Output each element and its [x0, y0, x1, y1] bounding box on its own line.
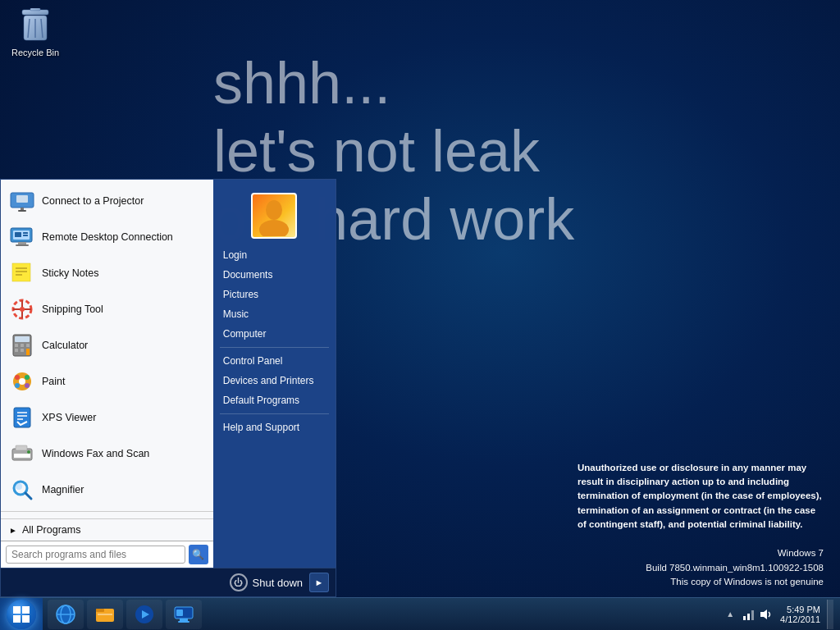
start-item-xps-viewer[interactable]: XPS Viewer — [1, 399, 213, 436]
start-item-calculator[interactable]: Calculator — [1, 327, 213, 363]
taskbar-btn-explorer[interactable] — [87, 600, 123, 629]
svg-rect-15 — [23, 232, 28, 234]
svg-rect-12 — [18, 242, 26, 244]
magnifier-icon — [9, 477, 35, 503]
windows-info: Windows 7 Build 7850.winmain_win8m1.1009… — [646, 546, 824, 589]
svg-rect-28 — [21, 344, 24, 347]
recycle-bin-icon — [16, 7, 55, 46]
svg-line-48 — [25, 493, 31, 499]
start-right-item-music[interactable]: Music — [213, 304, 336, 324]
start-item-sticky-notes[interactable]: Sticky Notes — [1, 255, 213, 291]
start-right-item-pictures[interactable]: Pictures — [213, 285, 336, 304]
tray-expand[interactable]: ▲ — [723, 608, 737, 620]
svg-rect-16 — [23, 235, 28, 236]
clock-date: 4/12/2011 — [780, 614, 820, 624]
start-right-item-documents[interactable]: Documents — [213, 265, 336, 285]
svg-rect-17 — [12, 263, 30, 281]
start-item-remote-desktop[interactable]: Remote Desktop Connection — [1, 219, 213, 255]
recycle-bin-label: Recycle Bin — [11, 48, 59, 57]
taskbar-btn-media[interactable] — [126, 600, 162, 629]
user-avatar[interactable] — [251, 193, 297, 239]
svg-rect-64 — [178, 621, 189, 623]
search-button[interactable]: 🔍 — [189, 545, 208, 564]
taskbar: ▲ 5:49 PM 4/12/2011 — [0, 597, 840, 630]
start-right-item-help-support[interactable]: Help and Support — [213, 418, 336, 437]
start-menu-bottom: ⏻ Shut down ► — [0, 568, 336, 597]
svg-rect-63 — [180, 619, 188, 621]
svg-rect-66 — [743, 616, 746, 620]
svg-rect-45 — [14, 454, 30, 458]
tray-volume-icon[interactable] — [759, 608, 772, 621]
start-right-item-devices-printers[interactable]: Devices and Printers — [213, 371, 336, 390]
svg-rect-65 — [176, 609, 183, 616]
shutdown-icon: ⏻ — [230, 573, 248, 591]
svg-point-49 — [16, 483, 22, 490]
svg-point-35 — [15, 375, 20, 380]
svg-rect-31 — [21, 349, 24, 352]
all-programs-arrow-icon: ► — [9, 526, 17, 535]
svg-rect-26 — [15, 336, 30, 342]
svg-point-38 — [25, 383, 30, 388]
svg-rect-7 — [16, 195, 28, 203]
svg-point-46 — [27, 450, 30, 454]
svg-rect-13 — [16, 244, 29, 246]
start-item-snipping-tool[interactable]: Snipping Tool — [1, 291, 213, 327]
connect-projector-icon — [9, 188, 35, 214]
shutdown-arrow-button[interactable]: ► — [309, 573, 329, 592]
svg-rect-9 — [18, 210, 26, 212]
svg-rect-14 — [15, 232, 21, 237]
svg-rect-44 — [16, 445, 27, 450]
search-bar: 🔍 — [1, 541, 213, 568]
svg-rect-32 — [26, 349, 30, 355]
start-item-fax-scan[interactable]: Windows Fax and Scan — [1, 436, 213, 472]
shutdown-button[interactable]: ⏻ Shut down — [230, 573, 303, 591]
start-menu-left: Connect to a Projector — [1, 180, 213, 568]
taskbar-btn-devices[interactable] — [166, 600, 202, 629]
all-programs[interactable]: ► All Programs — [1, 518, 213, 541]
svg-rect-67 — [747, 614, 750, 620]
show-desktop-button[interactable] — [827, 600, 833, 629]
svg-rect-27 — [15, 344, 18, 347]
svg-point-51 — [266, 200, 282, 220]
svg-point-36 — [25, 375, 30, 380]
start-menu-right: Login Documents Pictures Music Computer … — [213, 180, 336, 568]
calculator-icon — [9, 332, 35, 358]
start-right-item-control-panel[interactable]: Control Panel — [213, 351, 336, 371]
svg-point-37 — [15, 383, 20, 388]
search-input[interactable] — [6, 546, 185, 564]
paint-icon — [9, 368, 35, 395]
clock[interactable]: 5:49 PM 4/12/2011 — [780, 605, 820, 624]
start-right-item-computer[interactable]: Computer — [213, 324, 336, 344]
snipping-tool-icon — [9, 296, 35, 322]
clock-time: 5:49 PM — [787, 605, 820, 614]
recycle-bin[interactable]: Recycle Bin — [7, 7, 64, 57]
sticky-notes-icon — [9, 260, 35, 286]
unauthorized-notice: Unauthorized use or disclosure in any ma… — [578, 461, 824, 532]
svg-rect-59 — [98, 614, 112, 615]
start-button[interactable] — [0, 598, 43, 631]
svg-marker-69 — [760, 609, 767, 619]
start-menu: Connect to a Projector — [0, 179, 336, 597]
taskbar-btn-ie[interactable] — [48, 600, 84, 629]
svg-point-34 — [19, 378, 25, 385]
start-right-item-default-programs[interactable]: Default Programs — [213, 390, 336, 410]
svg-rect-1 — [30, 8, 40, 11]
svg-rect-29 — [26, 344, 30, 347]
svg-point-24 — [20, 307, 25, 312]
xps-viewer-icon — [9, 404, 35, 431]
start-right-item-login[interactable]: Login — [213, 245, 336, 265]
start-item-connect-projector[interactable]: Connect to a Projector — [1, 183, 213, 219]
start-item-magnifier[interactable]: Magnifier — [1, 472, 213, 508]
remote-desktop-icon — [9, 224, 35, 250]
svg-rect-68 — [751, 610, 754, 620]
tray-network-icon[interactable] — [742, 608, 756, 621]
fax-scan-icon — [9, 441, 35, 467]
start-item-paint[interactable]: Paint — [1, 363, 213, 399]
svg-rect-30 — [15, 349, 18, 352]
start-orb[interactable] — [7, 600, 36, 629]
svg-rect-58 — [96, 609, 104, 612]
